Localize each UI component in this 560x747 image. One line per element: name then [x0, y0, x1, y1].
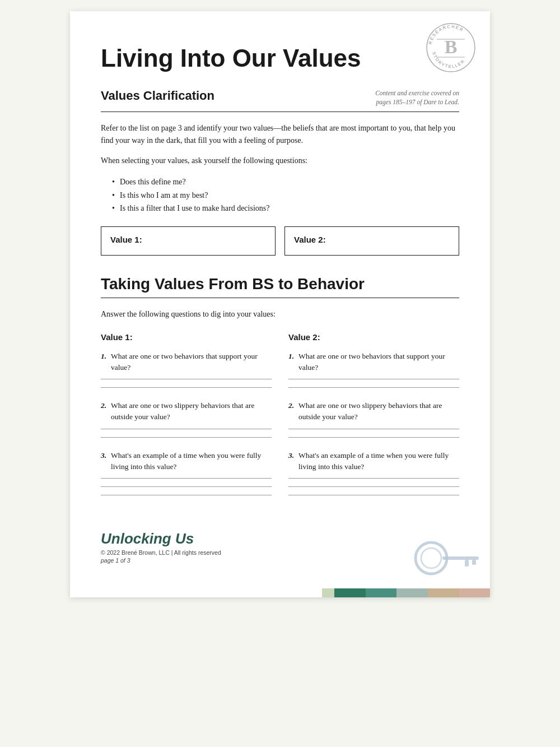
answer-line — [288, 437, 459, 438]
section1-title: Values Clarification — [101, 89, 214, 103]
section1-header: Values Clarification Content and exercis… — [101, 89, 459, 106]
answer-line — [101, 379, 272, 379]
col2-q1-lines — [288, 379, 459, 388]
section1-note: Content and exercise covered on pages 18… — [375, 89, 459, 106]
section1-intro: Refer to the list on page 3 and identify… — [101, 122, 459, 147]
footer-left: Unlocking Us © 2022 Brené Brown, LLC | A… — [101, 530, 221, 564]
bottom-decoration — [322, 525, 490, 597]
footer-brand: Unlocking Us — [101, 530, 221, 548]
answer-line — [288, 379, 459, 379]
col1-question3: 3. What's an example of a time when you … — [101, 450, 272, 496]
q3-num: 3. — [101, 450, 106, 461]
section-values-clarification: Values Clarification Content and exercis… — [101, 89, 459, 256]
key-decoration-icon — [412, 539, 484, 586]
section-taking-values: Taking Values From BS to Behavior Answer… — [101, 275, 459, 508]
footer-page: page 1 of 3 — [101, 557, 221, 564]
strip-tan — [428, 588, 459, 597]
q3-num-2: 3. — [288, 450, 294, 461]
q1-num-2: 1. — [288, 351, 294, 362]
value-boxes: Value 1: Value 2: — [101, 226, 459, 256]
strip-green — [366, 588, 397, 597]
section1-divider — [101, 112, 459, 112]
value2-box[interactable]: Value 2: — [284, 226, 459, 256]
answer-line — [101, 387, 272, 388]
page: RESEARCHER STORYTELLER B Living Into Our… — [70, 11, 490, 597]
value1-column: Value 1: 1. What are one or two behavior… — [101, 332, 272, 508]
researcher-storyteller-badge: RESEARCHER STORYTELLER B — [426, 22, 476, 73]
col1-q1-lines — [101, 379, 272, 388]
color-strips — [322, 588, 490, 597]
answer-line — [101, 437, 272, 438]
value2-column: Value 2: 1. What are one or two behavior… — [288, 332, 459, 508]
svg-rect-10 — [472, 560, 476, 565]
col1-q3-text: 3. What's an example of a time when you … — [101, 450, 272, 473]
col2-question1: 1. What are one or two behaviors that su… — [288, 351, 459, 388]
col1-question1: 1. What are one or two behaviors that su… — [101, 351, 272, 388]
q1-num: 1. — [101, 351, 106, 362]
col1-q3-lines — [101, 478, 272, 495]
col1-header: Value 1: — [101, 332, 272, 342]
answer-line — [101, 486, 272, 487]
two-column-layout: Value 1: 1. What are one or two behavior… — [101, 332, 459, 508]
svg-point-6 — [416, 542, 447, 574]
q2-num-2: 2. — [288, 400, 294, 411]
bullet-item-3: Is this a filter that I use to make hard… — [112, 202, 459, 215]
section1-subintro: When selecting your values, ask yourself… — [101, 155, 459, 167]
main-title: Living Into Our Values — [101, 45, 459, 72]
answer-line — [101, 495, 272, 495]
bullet-item-1: Does this define me? — [112, 175, 459, 189]
strip-blush — [459, 588, 491, 597]
col1-q2-text: 2. What are one or two slippery behavior… — [101, 400, 272, 423]
col2-q2-text: 2. What are one or two slippery behavior… — [288, 400, 459, 423]
svg-point-7 — [421, 548, 441, 568]
answer-line — [101, 478, 272, 479]
svg-text:B: B — [445, 36, 458, 57]
section2-title: Taking Values From BS to Behavior — [101, 275, 459, 293]
strip-teal — [334, 588, 366, 597]
col1-question2: 2. What are one or two slippery behavior… — [101, 400, 272, 438]
answer-line — [288, 387, 459, 388]
col1-q2-lines — [101, 429, 272, 438]
col2-header: Value 2: — [288, 332, 459, 342]
svg-rect-8 — [442, 556, 479, 560]
strip-seafoam — [396, 588, 428, 597]
col2-q3-text: 3. What's an example of a time when you … — [288, 450, 459, 473]
section2-intro: Answer the following questions to dig in… — [101, 308, 459, 321]
answer-line — [288, 486, 459, 487]
answer-line — [288, 429, 459, 429]
answer-line — [101, 429, 272, 429]
col2-question2: 2. What are one or two slippery behavior… — [288, 400, 459, 438]
col1-q1-text: 1. What are one or two behaviors that su… — [101, 351, 272, 374]
strip-sage — [322, 588, 334, 597]
bullet-item-2: Is this who I am at my best? — [112, 189, 459, 202]
value1-box[interactable]: Value 1: — [101, 226, 276, 256]
bullet-list: Does this define me? Is this who I am at… — [112, 175, 459, 215]
col2-question3: 3. What's an example of a time when you … — [288, 450, 459, 496]
answer-line — [288, 478, 459, 479]
answer-line — [288, 495, 459, 495]
col2-q1-text: 1. What are one or two behaviors that su… — [288, 351, 459, 374]
footer-copyright: © 2022 Brené Brown, LLC | All rights res… — [101, 549, 221, 556]
col2-q2-lines — [288, 429, 459, 438]
q2-num: 2. — [101, 400, 106, 411]
section2-divider — [101, 298, 459, 298]
col2-q3-lines — [288, 478, 459, 495]
svg-rect-9 — [465, 560, 469, 567]
